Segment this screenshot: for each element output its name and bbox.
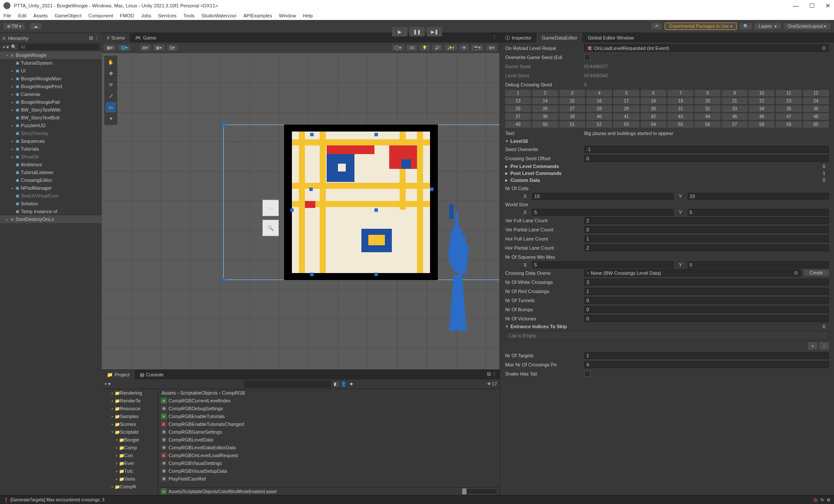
level-num-43[interactable]: 43: [668, 113, 693, 120]
audio-btn[interactable]: 🔊: [432, 45, 442, 51]
tab-game[interactable]: 🎮Game: [130, 33, 161, 43]
vfull-input[interactable]: [584, 217, 829, 224]
folder-item[interactable]: ▸📁Tutc: [102, 467, 158, 475]
status-bell-icon[interactable]: ⚙: [827, 497, 831, 502]
level-num-40[interactable]: 40: [586, 113, 612, 120]
fav-icon[interactable]: ★: [349, 381, 354, 387]
snap-btn[interactable]: ⊞▾: [140, 45, 151, 51]
tree-item[interactable]: ▣StoryOverlay: [0, 129, 102, 137]
level-num-26[interactable]: 26: [532, 105, 558, 112]
scene-view[interactable]: ✋ ✥ ⟳ ⤢ ▭ ✦: [102, 53, 500, 369]
world-x-input[interactable]: [532, 209, 674, 216]
light-btn[interactable]: 💡: [420, 45, 430, 51]
folder-item[interactable]: ▸📁Rendering: [102, 389, 158, 397]
side-rect-btn[interactable]: ▭: [262, 200, 279, 216]
asset-item[interactable]: ⚙CompRGBVisualSettings: [158, 459, 500, 467]
folder-item[interactable]: ▸📁Samples: [102, 412, 158, 420]
asset-item[interactable]: VCompRGBEnableTutorials: [158, 412, 500, 420]
level-num-47[interactable]: 47: [776, 113, 801, 120]
level-num-60[interactable]: 60: [803, 121, 829, 128]
asset-item[interactable]: ⚙CompRGBDebugSettings: [158, 405, 500, 412]
pause-button[interactable]: ❚❚: [409, 27, 425, 36]
level-num-30[interactable]: 30: [641, 105, 666, 112]
level-num-54[interactable]: 54: [641, 121, 666, 128]
tab-globaleditor[interactable]: Global Editor Window: [582, 33, 639, 43]
vpart-input[interactable]: [584, 226, 829, 233]
shading-dropdown[interactable]: ▦▾: [104, 45, 116, 51]
reload-field[interactable]: EOnLoadLevelRequested (Int Event)⊙: [584, 44, 829, 52]
level-num-7[interactable]: 7: [668, 90, 693, 96]
status-sync-icon[interactable]: ↻: [821, 497, 824, 502]
level-num-48[interactable]: 48: [803, 113, 829, 120]
create-dropdown[interactable]: + ▾: [3, 44, 9, 50]
menu-tools[interactable]: Tools: [183, 13, 195, 18]
tab-console[interactable]: ▤ Console: [135, 370, 169, 379]
level-num-39[interactable]: 39: [559, 113, 585, 120]
level-num-24[interactable]: 24: [803, 98, 829, 104]
tree-item[interactable]: ▣TutorialSystem: [0, 59, 102, 67]
level-num-52[interactable]: 52: [586, 121, 612, 128]
hfull-input[interactable]: [584, 235, 829, 242]
menu-file[interactable]: File: [3, 13, 11, 18]
crossing-offset-input[interactable]: [584, 155, 829, 162]
seed-overwrite-input[interactable]: [584, 146, 829, 153]
hierarchy-opts-icon[interactable]: ⊟ ⋮: [89, 35, 99, 41]
vis-btn[interactable]: 👁: [460, 45, 469, 51]
level-num-23[interactable]: 23: [776, 98, 801, 104]
tree-item[interactable]: ▸▣BW_StoryTextWith: [0, 106, 102, 114]
step-button[interactable]: ▶❚: [427, 27, 442, 36]
level-num-28[interactable]: 28: [586, 105, 612, 112]
circle-btn[interactable]: ◯▾: [392, 45, 404, 51]
cells-x-input[interactable]: [532, 193, 674, 200]
rotate-tool[interactable]: ⟳: [106, 79, 116, 90]
crossing-data-field[interactable]: ▫ None (BW Crossings Level Data)⊙: [584, 269, 801, 277]
vic-input[interactable]: [584, 315, 829, 322]
menu-assets[interactable]: Assets: [33, 13, 48, 18]
level-num-51[interactable]: 51: [559, 121, 585, 128]
level-num-15[interactable]: 15: [559, 98, 585, 104]
incr-btn[interactable]: |||▾: [167, 45, 178, 51]
maxc-input[interactable]: [584, 361, 829, 368]
tree-item[interactable]: ▸⧈DontDestroyOnLo: [0, 215, 102, 223]
tab-gamedataeditor[interactable]: GameDataEditor: [536, 33, 582, 43]
level-num-8[interactable]: 8: [695, 90, 720, 96]
tab-scene[interactable]: #Scene: [102, 33, 130, 43]
world-y-input[interactable]: [688, 209, 829, 216]
level-num-58[interactable]: 58: [749, 121, 774, 128]
level-num-2[interactable]: 2: [532, 90, 558, 96]
level-num-53[interactable]: 53: [613, 121, 639, 128]
tree-item[interactable]: ▸▣NPadManager: [0, 184, 102, 192]
tree-item[interactable]: ▣SwitchVirtualCurs: [0, 192, 102, 200]
tree-item[interactable]: ▸▣BoogieWoogieMan: [0, 75, 102, 82]
tree-item[interactable]: ▸▣PuzzleHUD: [0, 122, 102, 129]
hand-tool[interactable]: ✋: [106, 57, 116, 67]
scale-tool[interactable]: ⤢: [106, 91, 116, 101]
hpart-input[interactable]: [584, 244, 829, 251]
tree-item[interactable]: ▣Temp Instance of: [0, 208, 102, 215]
level-num-31[interactable]: 31: [668, 105, 693, 112]
level-num-5[interactable]: 5: [613, 90, 639, 96]
level-num-22[interactable]: 22: [749, 98, 774, 104]
cloud-button[interactable]: ☁: [30, 23, 41, 30]
level16-foldout[interactable]: ▼Level16: [500, 138, 834, 145]
list-remove-button[interactable]: −: [819, 342, 829, 350]
overwrite-seed-checkbox[interactable]: [584, 54, 590, 60]
level-num-33[interactable]: 33: [722, 105, 748, 112]
rect-tool[interactable]: ▭: [106, 102, 116, 112]
level-num-21[interactable]: 21: [722, 98, 748, 104]
asset-size-slider[interactable]: [462, 489, 497, 494]
hierarchy-tree[interactable]: ▸⧈BoogieWoogie▣TutorialSystem▸▣UI▸▣Boogi…: [0, 51, 102, 495]
asset-item[interactable]: ECompRGBEnableTutorialsChanged: [158, 420, 500, 428]
menu-window[interactable]: Window: [279, 13, 296, 18]
grid-btn[interactable]: ▦▾: [153, 45, 165, 51]
level-num-9[interactable]: 9: [722, 90, 748, 96]
packages-warning[interactable]: Experimental Packages In Use ▾: [665, 23, 737, 30]
level-num-25[interactable]: 25: [505, 105, 531, 112]
level-num-49[interactable]: 49: [505, 121, 531, 128]
level-num-6[interactable]: 6: [641, 90, 666, 96]
hierarchy-search-input[interactable]: [19, 44, 99, 50]
level-num-50[interactable]: 50: [532, 121, 558, 128]
folder-item[interactable]: ▾📁Boogie: [102, 436, 158, 444]
level-num-17[interactable]: 17: [613, 98, 639, 104]
asset-item[interactable]: ⚙CompRGBVisualSetupData: [158, 467, 500, 475]
